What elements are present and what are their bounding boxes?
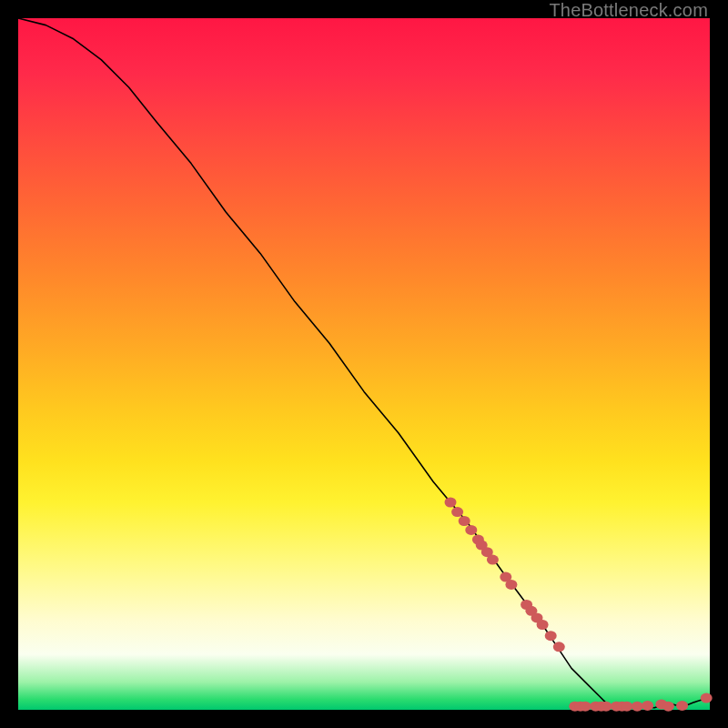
highlight-point	[632, 702, 643, 712]
highlight-point	[451, 507, 463, 517]
highlight-point	[580, 702, 592, 712]
highlight-point	[465, 525, 477, 535]
highlight-points	[445, 498, 713, 712]
bottleneck-curve	[18, 18, 710, 708]
plot-area	[18, 18, 710, 710]
highlight-point	[487, 555, 499, 565]
highlight-point	[553, 642, 565, 652]
chart-container: TheBottleneck.com	[0, 0, 728, 728]
highlight-point	[537, 620, 549, 630]
chart-svg	[18, 18, 710, 710]
highlight-point	[621, 702, 632, 712]
highlight-point	[545, 631, 557, 641]
highlight-point	[662, 702, 674, 712]
highlight-point	[701, 693, 713, 703]
highlight-point	[445, 498, 457, 508]
highlight-point	[459, 516, 470, 526]
highlight-point	[676, 701, 688, 711]
highlight-point	[642, 701, 653, 711]
highlight-point	[505, 580, 517, 590]
highlight-point	[601, 702, 612, 712]
